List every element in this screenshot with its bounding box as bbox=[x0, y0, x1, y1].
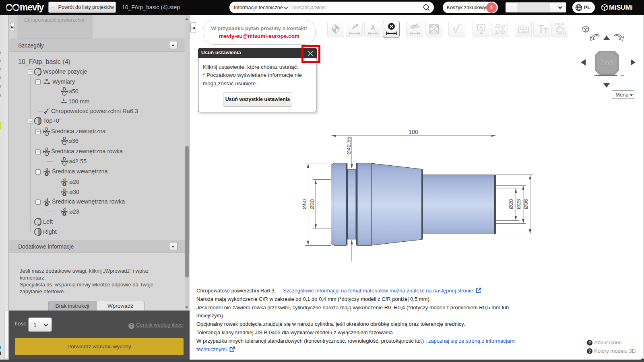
svg-text:Ø50: Ø50 bbox=[301, 199, 308, 210]
svg-text:100: 100 bbox=[409, 129, 418, 135]
svg-text:Ø42.55: Ø42.55 bbox=[346, 137, 352, 154]
svg-text:A: A bbox=[479, 25, 483, 31]
svg-text:L: L bbox=[63, 98, 65, 102]
svg-text:Ø20: Ø20 bbox=[508, 199, 514, 210]
svg-text:DL: DL bbox=[45, 78, 50, 82]
svg-text:D: D bbox=[45, 128, 48, 132]
svg-text:d: d bbox=[45, 198, 48, 202]
svg-text:d: d bbox=[63, 188, 66, 192]
svg-text:Top: Top bbox=[601, 58, 613, 67]
svg-text:d: d bbox=[63, 178, 66, 182]
svg-text:D: D bbox=[63, 87, 66, 91]
svg-text:123: 123 bbox=[520, 26, 527, 31]
svg-text:Ø36: Ø36 bbox=[523, 199, 529, 210]
svg-text:d: d bbox=[45, 168, 48, 172]
svg-text:D: D bbox=[45, 148, 48, 152]
svg-text:6VIEWS: 6VIEWS bbox=[555, 23, 566, 25]
svg-text:D: D bbox=[63, 137, 66, 141]
svg-text:d: d bbox=[63, 208, 66, 212]
svg-text:Ø30: Ø30 bbox=[309, 199, 315, 210]
svg-text:Ø23: Ø23 bbox=[516, 199, 522, 210]
svg-text:D: D bbox=[63, 157, 66, 161]
svg-text:A: A bbox=[370, 24, 375, 32]
